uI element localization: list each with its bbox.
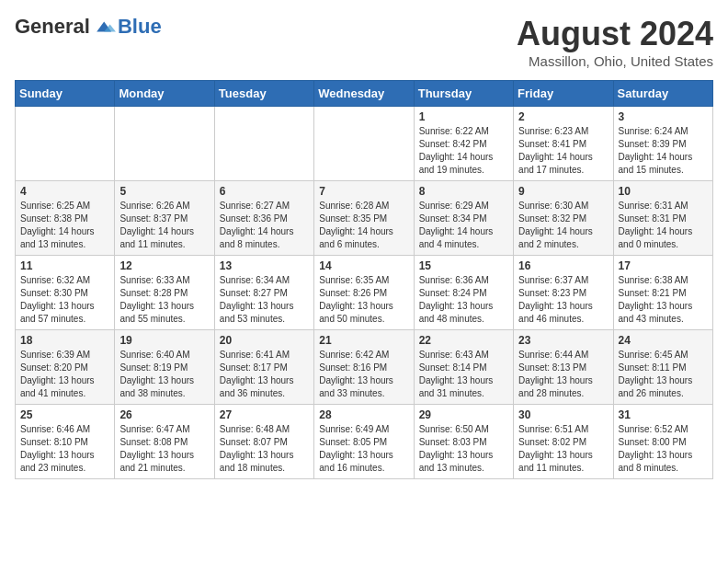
calendar-day-cell: 24Sunrise: 6:45 AM Sunset: 8:11 PM Dayli… (613, 330, 712, 405)
calendar-day-cell: 25Sunrise: 6:46 AM Sunset: 8:10 PM Dayli… (16, 405, 115, 479)
logo-icon (94, 18, 116, 35)
day-number: 22 (419, 334, 508, 347)
calendar-day-cell: 8Sunrise: 6:29 AM Sunset: 8:34 PM Daylig… (414, 181, 513, 256)
day-number: 23 (518, 334, 608, 347)
weekday-header: Thursday (414, 81, 513, 107)
day-number: 11 (20, 259, 109, 272)
calendar-day-cell: 30Sunrise: 6:51 AM Sunset: 8:02 PM Dayli… (514, 405, 613, 479)
month-title: August 2024 (517, 15, 713, 53)
calendar-day-cell: 10Sunrise: 6:31 AM Sunset: 8:31 PM Dayli… (613, 181, 712, 256)
weekday-header: Monday (115, 81, 214, 107)
calendar-day-cell: 2Sunrise: 6:23 AM Sunset: 8:41 PM Daylig… (514, 107, 613, 181)
day-number: 8 (419, 185, 508, 198)
day-info: Sunrise: 6:33 AM Sunset: 8:28 PM Dayligh… (119, 274, 209, 326)
calendar-day-cell: 14Sunrise: 6:35 AM Sunset: 8:26 PM Dayli… (314, 256, 414, 330)
calendar-day-cell: 9Sunrise: 6:30 AM Sunset: 8:32 PM Daylig… (514, 181, 613, 256)
day-info: Sunrise: 6:46 AM Sunset: 8:10 PM Dayligh… (20, 423, 109, 475)
calendar-day-cell: 13Sunrise: 6:34 AM Sunset: 8:27 PM Dayli… (214, 256, 313, 330)
day-number: 9 (518, 185, 608, 198)
day-number: 6 (220, 185, 309, 198)
page-header: General Blue August 2024 Massillon, Ohio… (15, 15, 713, 69)
calendar-day-cell: 3Sunrise: 6:24 AM Sunset: 8:39 PM Daylig… (613, 107, 712, 181)
day-number: 1 (419, 110, 508, 123)
day-number: 12 (119, 259, 209, 272)
title-area: August 2024 Massillon, Ohio, United Stat… (517, 15, 713, 69)
calendar-day-cell: 28Sunrise: 6:49 AM Sunset: 8:05 PM Dayli… (314, 405, 414, 479)
day-number: 31 (619, 408, 708, 421)
day-number: 5 (119, 185, 209, 198)
day-info: Sunrise: 6:42 AM Sunset: 8:16 PM Dayligh… (319, 349, 408, 400)
calendar-day-cell: 15Sunrise: 6:36 AM Sunset: 8:24 PM Dayli… (414, 256, 513, 330)
weekday-header: Friday (514, 81, 613, 107)
day-number: 10 (619, 185, 708, 198)
day-number: 21 (319, 334, 408, 347)
day-info: Sunrise: 6:23 AM Sunset: 8:41 PM Dayligh… (518, 125, 608, 177)
calendar-day-cell: 26Sunrise: 6:47 AM Sunset: 8:08 PM Dayli… (115, 405, 214, 479)
calendar-day-cell: 4Sunrise: 6:25 AM Sunset: 8:38 PM Daylig… (16, 181, 115, 256)
day-info: Sunrise: 6:45 AM Sunset: 8:11 PM Dayligh… (619, 349, 708, 400)
calendar-day-cell: 16Sunrise: 6:37 AM Sunset: 8:23 PM Dayli… (514, 256, 613, 330)
day-info: Sunrise: 6:47 AM Sunset: 8:08 PM Dayligh… (119, 423, 209, 475)
day-info: Sunrise: 6:44 AM Sunset: 8:13 PM Dayligh… (518, 349, 608, 400)
day-number: 19 (119, 334, 209, 347)
day-number: 4 (20, 185, 109, 198)
day-number: 20 (220, 334, 309, 347)
day-info: Sunrise: 6:31 AM Sunset: 8:31 PM Dayligh… (619, 200, 708, 251)
calendar-day-cell: 11Sunrise: 6:32 AM Sunset: 8:30 PM Dayli… (16, 256, 115, 330)
day-info: Sunrise: 6:27 AM Sunset: 8:36 PM Dayligh… (220, 200, 309, 251)
day-info: Sunrise: 6:30 AM Sunset: 8:32 PM Dayligh… (518, 200, 608, 251)
day-info: Sunrise: 6:51 AM Sunset: 8:02 PM Dayligh… (518, 423, 608, 475)
day-info: Sunrise: 6:25 AM Sunset: 8:38 PM Dayligh… (20, 200, 109, 251)
calendar-table: SundayMondayTuesdayWednesdayThursdayFrid… (15, 80, 713, 479)
day-number: 30 (518, 408, 608, 421)
calendar-day-cell: 5Sunrise: 6:26 AM Sunset: 8:37 PM Daylig… (115, 181, 214, 256)
calendar-day-cell: 12Sunrise: 6:33 AM Sunset: 8:28 PM Dayli… (115, 256, 214, 330)
location: Massillon, Ohio, United States (517, 53, 713, 69)
day-info: Sunrise: 6:32 AM Sunset: 8:30 PM Dayligh… (20, 274, 109, 326)
calendar-day-cell (16, 107, 115, 181)
day-number: 28 (319, 408, 408, 421)
calendar-day-cell (115, 107, 214, 181)
calendar-day-cell: 21Sunrise: 6:42 AM Sunset: 8:16 PM Dayli… (314, 330, 414, 405)
calendar-day-cell: 1Sunrise: 6:22 AM Sunset: 8:42 PM Daylig… (414, 107, 513, 181)
calendar-day-cell: 7Sunrise: 6:28 AM Sunset: 8:35 PM Daylig… (314, 181, 414, 256)
day-info: Sunrise: 6:50 AM Sunset: 8:03 PM Dayligh… (419, 423, 508, 475)
day-info: Sunrise: 6:48 AM Sunset: 8:07 PM Dayligh… (220, 423, 309, 475)
weekday-header: Tuesday (214, 81, 313, 107)
day-info: Sunrise: 6:36 AM Sunset: 8:24 PM Dayligh… (419, 274, 508, 326)
weekday-header: Wednesday (314, 81, 414, 107)
day-info: Sunrise: 6:43 AM Sunset: 8:14 PM Dayligh… (419, 349, 508, 400)
day-info: Sunrise: 6:22 AM Sunset: 8:42 PM Dayligh… (419, 125, 508, 177)
day-info: Sunrise: 6:49 AM Sunset: 8:05 PM Dayligh… (319, 423, 408, 475)
day-info: Sunrise: 6:24 AM Sunset: 8:39 PM Dayligh… (619, 125, 708, 177)
calendar-week-row: 4Sunrise: 6:25 AM Sunset: 8:38 PM Daylig… (16, 181, 713, 256)
calendar-week-row: 18Sunrise: 6:39 AM Sunset: 8:20 PM Dayli… (16, 330, 713, 405)
day-number: 3 (619, 110, 708, 123)
day-number: 25 (20, 408, 109, 421)
day-info: Sunrise: 6:28 AM Sunset: 8:35 PM Dayligh… (319, 200, 408, 251)
day-number: 2 (518, 110, 608, 123)
day-info: Sunrise: 6:39 AM Sunset: 8:20 PM Dayligh… (20, 349, 109, 400)
logo-general-text: General (15, 15, 90, 39)
logo: General Blue (15, 15, 162, 39)
calendar-week-row: 11Sunrise: 6:32 AM Sunset: 8:30 PM Dayli… (16, 256, 713, 330)
calendar-day-cell: 19Sunrise: 6:40 AM Sunset: 8:19 PM Dayli… (115, 330, 214, 405)
day-number: 15 (419, 259, 508, 272)
logo-blue-text: Blue (118, 15, 162, 39)
calendar-day-cell: 23Sunrise: 6:44 AM Sunset: 8:13 PM Dayli… (514, 330, 613, 405)
calendar-day-cell (214, 107, 313, 181)
calendar-day-cell: 31Sunrise: 6:52 AM Sunset: 8:00 PM Dayli… (613, 405, 712, 479)
calendar-day-cell: 6Sunrise: 6:27 AM Sunset: 8:36 PM Daylig… (214, 181, 313, 256)
day-number: 16 (518, 259, 608, 272)
weekday-header-row: SundayMondayTuesdayWednesdayThursdayFrid… (16, 81, 713, 107)
calendar-day-cell: 22Sunrise: 6:43 AM Sunset: 8:14 PM Dayli… (414, 330, 513, 405)
calendar-week-row: 25Sunrise: 6:46 AM Sunset: 8:10 PM Dayli… (16, 405, 713, 479)
calendar-week-row: 1Sunrise: 6:22 AM Sunset: 8:42 PM Daylig… (16, 107, 713, 181)
day-info: Sunrise: 6:37 AM Sunset: 8:23 PM Dayligh… (518, 274, 608, 326)
day-info: Sunrise: 6:40 AM Sunset: 8:19 PM Dayligh… (119, 349, 209, 400)
day-number: 13 (220, 259, 309, 272)
calendar-day-cell: 29Sunrise: 6:50 AM Sunset: 8:03 PM Dayli… (414, 405, 513, 479)
calendar-day-cell (314, 107, 414, 181)
day-info: Sunrise: 6:29 AM Sunset: 8:34 PM Dayligh… (419, 200, 508, 251)
day-number: 26 (119, 408, 209, 421)
